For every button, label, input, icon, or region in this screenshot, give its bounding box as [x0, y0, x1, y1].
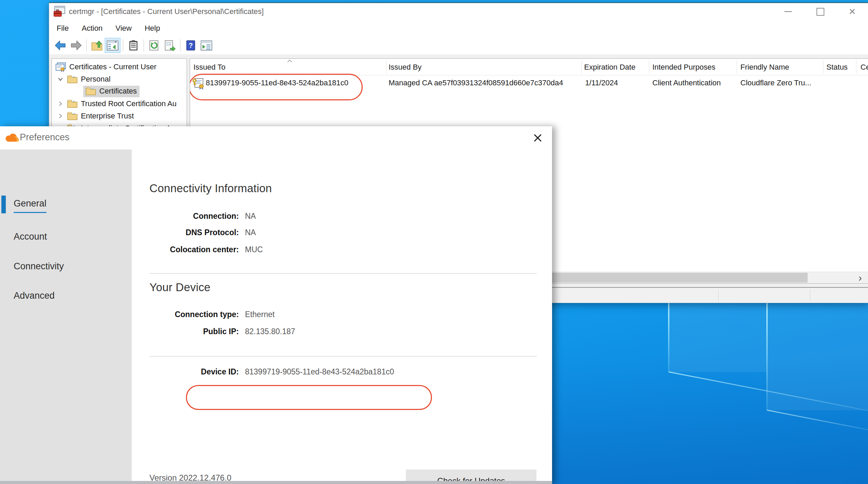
certstore-icon — [55, 62, 66, 72]
properties-button[interactable] — [126, 38, 141, 53]
tree-root-label: Certificates - Current User — [69, 62, 157, 71]
row-label: Public IP: — [136, 327, 239, 336]
dialog-bottom-border — [0, 481, 552, 484]
row-label: DNS Protocol: — [136, 228, 239, 237]
menu-action[interactable]: Action — [75, 20, 109, 36]
section-divider — [149, 273, 537, 274]
cell-issued-to: 81399719-9055-11ed-8e43-524a2ba181c0 — [206, 79, 348, 87]
column-header-expiration-date[interactable]: Expiration Date — [584, 63, 635, 72]
column-divider[interactable] — [737, 60, 737, 74]
certificate-row[interactable]: 81399719-9055-11ed-8e43-524a2ba181c0 Man… — [190, 75, 868, 91]
tree-item-personal[interactable]: Personal — [57, 73, 111, 85]
minimize-icon — [784, 11, 792, 12]
certmgr-app-icon — [53, 6, 66, 17]
column-header-issued-to[interactable]: Issued To — [193, 63, 226, 72]
column-divider[interactable] — [856, 60, 856, 74]
forward-button[interactable] — [68, 38, 84, 53]
sort-ascending-icon — [286, 59, 293, 63]
menu-help[interactable]: Help — [138, 20, 167, 36]
sidebar-item-advanced[interactable]: Advanced — [0, 288, 132, 307]
info-row-colocation-center: Colocation center: MUC — [132, 245, 552, 256]
section-divider — [149, 356, 537, 357]
preferences-close-button[interactable] — [530, 130, 545, 145]
show-console-tree-button[interactable] — [105, 38, 120, 53]
toolbar-separator — [144, 39, 144, 52]
chevron-down-icon[interactable] — [57, 76, 63, 82]
menubar: File Action View Help — [49, 20, 868, 37]
your-device-heading: Your Device — [149, 281, 211, 294]
column-header-issued-by[interactable]: Issued By — [389, 63, 422, 72]
info-row-device-id: Device ID: 81399719-9055-11ed-8e43-524a2… — [132, 367, 552, 378]
wallpaper-beam-line — [668, 302, 669, 372]
preferences-dialog: Preferences General Account Connectivity… — [0, 126, 552, 484]
connectivity-information-heading: Connectivity Information — [149, 182, 272, 195]
maximize-button[interactable] — [804, 3, 836, 20]
refresh-icon — [149, 40, 159, 51]
new-window-button[interactable] — [199, 38, 214, 53]
cell-friendly-name: Cloudflare Zero Tru... — [740, 79, 811, 87]
wallpaper-beam-panel — [669, 302, 766, 372]
row-label: Colocation center: — [136, 245, 239, 254]
preferences-title: Preferences — [20, 132, 70, 143]
wallpaper-beam-panel — [768, 302, 868, 410]
menu-view[interactable]: View — [109, 20, 138, 36]
menu-file[interactable]: File — [50, 20, 75, 36]
column-divider[interactable] — [649, 60, 649, 74]
column-header-certificate-template[interactable]: Ce — [860, 63, 868, 72]
chevron-right-icon[interactable] — [57, 113, 63, 119]
scrollbar-right-button[interactable]: › — [853, 272, 867, 283]
preferences-content: Connectivity Information Connection: NA … — [132, 150, 552, 484]
refresh-button[interactable] — [146, 38, 162, 53]
cell-intended-purposes: Client Authentication — [652, 79, 721, 87]
info-row-dns-protocol: DNS Protocol: NA — [132, 228, 552, 239]
column-divider[interactable] — [581, 60, 582, 74]
up-one-level-button[interactable] — [89, 38, 105, 53]
help-icon: ? — [186, 40, 195, 51]
cell-issued-by: Managed CA ae57f03931324f08591d660e7c370… — [389, 79, 563, 87]
column-divider[interactable] — [386, 60, 387, 74]
chevron-right-icon[interactable] — [57, 101, 63, 107]
back-button[interactable] — [53, 38, 68, 53]
list-column-headers: Issued To Issued By Expiration Date Inte… — [190, 59, 868, 75]
info-row-connection-type: Connection type: Ethernet — [132, 310, 552, 321]
minimize-button[interactable] — [772, 3, 804, 20]
selected-indicator — [1, 196, 6, 213]
column-header-status[interactable]: Status — [826, 63, 848, 72]
tree-item-label: Enterprise Trust — [81, 112, 134, 120]
tree-item-label: Certificates — [99, 87, 137, 96]
sidebar-item-account[interactable]: Account — [0, 229, 132, 248]
wallpaper-beam-line — [767, 410, 868, 432]
annotation-circle-device-id — [186, 385, 432, 410]
tree-item-enterprise-trust[interactable]: Enterprise Trust — [57, 110, 134, 122]
tree-item-label: Trusted Root Certification Au — [81, 99, 176, 108]
info-row-public-ip: Public IP: 82.135.80.187 — [132, 327, 552, 338]
maximize-icon — [816, 8, 824, 16]
tree-root-certificates-current-user[interactable]: Certificates - Current User — [55, 61, 157, 73]
row-value: MUC — [245, 245, 263, 254]
statusbar-divider — [718, 289, 719, 301]
row-value: Ethernet — [245, 310, 275, 319]
certmgr-titlebar[interactable]: certmgr - [Certificates - Current User\P… — [49, 3, 868, 20]
tree-item-certificates[interactable]: Certificates — [83, 85, 140, 98]
preferences-sidebar: General Account Connectivity Advanced — [0, 150, 132, 484]
help-button[interactable]: ? — [183, 38, 199, 53]
sidebar-item-label: Advanced — [14, 290, 55, 301]
sidebar-item-general[interactable]: General — [0, 196, 132, 215]
column-header-intended-purposes[interactable]: Intended Purposes — [652, 63, 715, 72]
sidebar-item-connectivity[interactable]: Connectivity — [0, 258, 132, 277]
column-divider[interactable] — [823, 60, 823, 74]
toolbar-separator — [86, 39, 87, 52]
row-label: Device ID: — [136, 367, 239, 376]
folder-icon — [67, 74, 78, 84]
window-title: certmgr - [Certificates - Current User\P… — [69, 7, 264, 16]
wallpaper-beam-line — [668, 371, 868, 414]
close-button[interactable]: ✕ — [836, 3, 868, 20]
column-header-friendly-name[interactable]: Friendly Name — [740, 63, 789, 72]
wallpaper-beam-line — [766, 302, 768, 410]
sidebar-item-label: General — [14, 198, 46, 213]
row-value: NA — [245, 212, 256, 221]
tree-item-trusted-root[interactable]: Trusted Root Certification Au — [57, 98, 176, 110]
export-list-button[interactable] — [162, 38, 178, 53]
folder-icon — [67, 99, 78, 109]
wallpaper-floor-shade — [552, 355, 868, 484]
